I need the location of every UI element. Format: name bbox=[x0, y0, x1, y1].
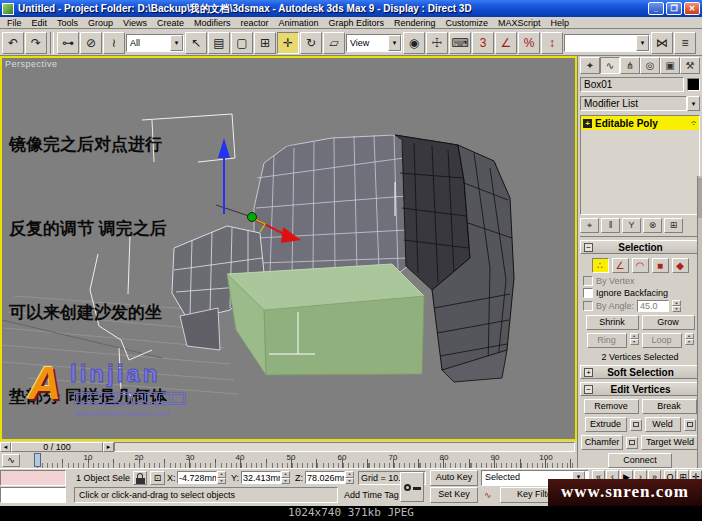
expand-icon[interactable]: + bbox=[584, 368, 593, 377]
trackbar-frame-handle[interactable] bbox=[34, 453, 41, 467]
align-icon[interactable]: ≡ bbox=[674, 32, 696, 54]
keyboard-override-icon[interactable]: ⌨ bbox=[449, 32, 471, 54]
select-by-name-icon[interactable]: ▤ bbox=[208, 32, 230, 54]
menu-help[interactable]: Help bbox=[546, 18, 575, 28]
angle-snap-icon[interactable]: ∠ bbox=[495, 32, 517, 54]
close-button[interactable]: ✕ bbox=[684, 2, 700, 15]
modifier-stack[interactable]: + Editable Poly ⁘ bbox=[580, 115, 700, 215]
rollout-soft-selection-header[interactable]: + Soft Selection bbox=[580, 365, 700, 379]
panel-scrollbar[interactable] bbox=[697, 176, 702, 468]
loop-button[interactable]: Loop bbox=[642, 333, 682, 348]
time-slider-track[interactable] bbox=[114, 442, 575, 452]
edge-mode-icon[interactable]: ∠ bbox=[612, 258, 629, 273]
auto-key-button[interactable]: Auto Key bbox=[430, 470, 478, 486]
redo-icon[interactable]: ↷ bbox=[25, 32, 47, 54]
selected-vertex[interactable] bbox=[248, 213, 257, 222]
minimize-button[interactable]: _ bbox=[648, 2, 664, 15]
connect-button[interactable]: Connect bbox=[608, 453, 672, 468]
mirror-icon[interactable]: ⋈ bbox=[651, 32, 673, 54]
vertex-mode-icon[interactable]: ∴ bbox=[592, 258, 609, 273]
by-angle-checkbox[interactable] bbox=[583, 301, 593, 311]
stack-item-editable-poly[interactable]: + Editable Poly ⁘ bbox=[581, 116, 699, 130]
configure-modifier-sets-icon[interactable]: ⊞ bbox=[664, 218, 683, 233]
ring-button[interactable]: Ring bbox=[587, 333, 627, 348]
menu-reactor[interactable]: reactor bbox=[235, 18, 273, 28]
gizmo-z-arrowhead[interactable] bbox=[218, 138, 230, 158]
time-back-icon[interactable]: ◂ bbox=[0, 442, 11, 452]
object-color-swatch[interactable] bbox=[687, 78, 700, 91]
selection-lock-icon[interactable] bbox=[133, 471, 147, 485]
ignore-backfacing-checkbox[interactable] bbox=[583, 288, 593, 298]
timeline-ruler[interactable]: 0 10 20 30 40 50 60 70 80 90 100 bbox=[22, 453, 575, 468]
tab-modify-icon[interactable]: ∿ bbox=[600, 57, 620, 74]
menu-views[interactable]: Views bbox=[118, 18, 152, 28]
menu-rendering[interactable]: Rendering bbox=[389, 18, 441, 28]
maximize-button[interactable]: ❐ bbox=[666, 2, 682, 15]
selection-filter-dropdown[interactable]: All ▾ bbox=[126, 34, 184, 52]
loop-spinner[interactable]: ▴▾ bbox=[685, 333, 694, 345]
menu-group[interactable]: Group bbox=[83, 18, 118, 28]
time-forward-icon[interactable]: ▸ bbox=[103, 442, 114, 452]
stack-expand-icon[interactable]: + bbox=[583, 119, 592, 128]
remove-modifier-icon[interactable]: ⊗ bbox=[643, 218, 662, 233]
extrude-settings-icon[interactable] bbox=[630, 419, 642, 431]
snap-toggle-3d-icon[interactable]: 3 bbox=[472, 32, 494, 54]
target-weld-button[interactable]: Target Weld bbox=[641, 435, 699, 450]
spinner-snap-icon[interactable]: ↕ bbox=[541, 32, 563, 54]
chamfer-button[interactable]: Chamfer bbox=[581, 435, 623, 450]
chamfer-settings-icon[interactable] bbox=[626, 437, 638, 449]
element-mode-icon[interactable]: ◆ bbox=[672, 258, 689, 273]
weld-settings-icon[interactable] bbox=[684, 419, 696, 431]
break-button[interactable]: Break bbox=[642, 399, 697, 414]
chevron-down-icon[interactable]: ▾ bbox=[687, 96, 700, 111]
selection-region-icon[interactable]: ▢ bbox=[231, 32, 253, 54]
scrollbar-thumb[interactable] bbox=[698, 178, 702, 218]
by-vertex-checkbox[interactable] bbox=[583, 276, 593, 286]
bind-to-spacewarp-icon[interactable]: ≀ bbox=[103, 32, 125, 54]
collapse-icon[interactable]: − bbox=[584, 385, 593, 394]
menu-file[interactable]: File bbox=[2, 18, 27, 28]
use-center-icon[interactable]: ◉ bbox=[403, 32, 425, 54]
percent-snap-icon[interactable]: % bbox=[518, 32, 540, 54]
mini-curve-editor-icon[interactable]: ∿ bbox=[2, 454, 20, 467]
tab-hierarchy-icon[interactable]: ⋔ bbox=[620, 57, 640, 74]
tab-motion-icon[interactable]: ◎ bbox=[640, 57, 660, 74]
menu-tools[interactable]: Tools bbox=[52, 18, 83, 28]
z-spinner[interactable]: ▴▾ bbox=[345, 471, 354, 484]
pin-stack-icon[interactable]: ⌖ bbox=[580, 218, 599, 233]
y-coordinate-field[interactable]: 32.413mm bbox=[241, 471, 281, 484]
macro-recorder-field[interactable] bbox=[0, 470, 66, 486]
select-and-scale-icon[interactable]: ▱ bbox=[323, 32, 345, 54]
tab-create-icon[interactable]: ✦ bbox=[580, 57, 600, 74]
select-and-move-icon[interactable]: ✛ bbox=[277, 32, 299, 54]
menu-graph-editors[interactable]: Graph Editors bbox=[324, 18, 390, 28]
z-coordinate-field[interactable]: 78.026mm bbox=[305, 471, 345, 484]
polygon-mode-icon[interactable]: ■ bbox=[652, 258, 669, 273]
perspective-viewport[interactable]: Perspective 镜像完之后对点进行 反复的调节 调完之后 可以来创建沙发… bbox=[0, 56, 577, 441]
menu-modifiers[interactable]: Modifiers bbox=[189, 18, 236, 28]
titlebar[interactable]: Untitled - Project Folder: D:\Backup\我的文… bbox=[0, 0, 702, 17]
ring-spinner[interactable]: ▴▾ bbox=[630, 333, 639, 345]
select-and-link-icon[interactable]: ⊶ bbox=[57, 32, 79, 54]
select-object-icon[interactable]: ↖ bbox=[185, 32, 207, 54]
show-end-result-icon[interactable]: ‖ bbox=[601, 218, 620, 233]
set-key-button[interactable]: Set Key bbox=[430, 487, 478, 503]
angle-value-field[interactable]: 45.0 bbox=[637, 300, 669, 312]
border-mode-icon[interactable]: ◠ bbox=[632, 258, 649, 273]
rollout-selection-header[interactable]: − Selection bbox=[580, 240, 700, 254]
reference-coordinate-dropdown[interactable]: View ▾ bbox=[346, 34, 402, 52]
set-keys-icon[interactable] bbox=[400, 472, 424, 502]
grow-button[interactable]: Grow bbox=[642, 315, 695, 330]
shrink-button[interactable]: Shrink bbox=[586, 315, 639, 330]
tab-display-icon[interactable]: ▣ bbox=[660, 57, 680, 74]
angle-spinner[interactable]: ▴▾ bbox=[672, 300, 681, 312]
modifier-list-dropdown[interactable]: Modifier List bbox=[580, 96, 687, 111]
chevron-down-icon[interactable]: ▾ bbox=[388, 35, 401, 51]
chevron-down-icon[interactable]: ▾ bbox=[636, 35, 649, 51]
named-selection-dropdown[interactable]: ▾ bbox=[564, 34, 650, 52]
menu-edit[interactable]: Edit bbox=[27, 18, 53, 28]
time-slider-handle[interactable]: 0 / 100 bbox=[11, 442, 103, 452]
key-filter-curve-icon[interactable]: ∿ bbox=[484, 489, 492, 502]
viewport-label[interactable]: Perspective bbox=[5, 59, 58, 69]
remove-button[interactable]: Remove bbox=[584, 399, 639, 414]
